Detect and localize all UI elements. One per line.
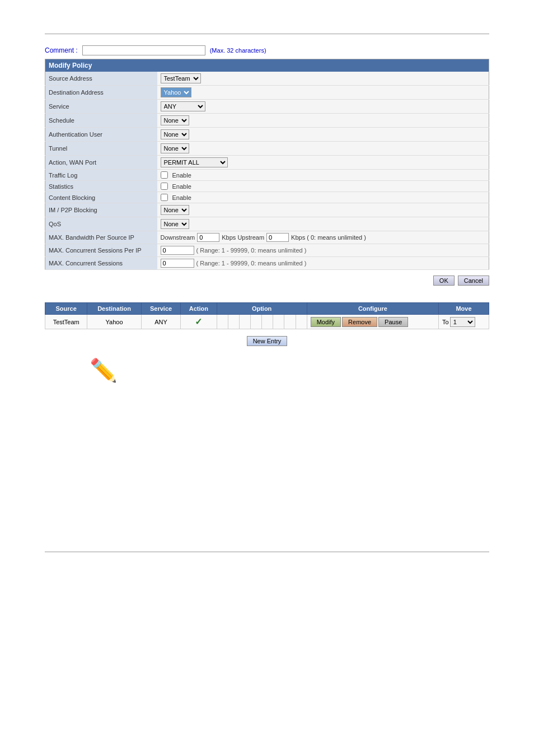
downstream-label: Downstream (161, 234, 195, 241)
col-source: Source (45, 303, 87, 315)
source-address-row: Source Address TestTeam (45, 72, 489, 86)
comment-row: Comment : (Max. 32 characters) (45, 45, 489, 55)
auth-user-value: None (157, 128, 489, 142)
comment-label: Comment : (45, 46, 78, 54)
table-row: TestTeam Yahoo ANY ✓ Modify Remo (45, 315, 489, 329)
policy-header-row: Modify Policy (45, 59, 489, 72)
move-select[interactable]: 1 (450, 317, 475, 327)
traffic-log-checkbox[interactable] (161, 171, 168, 179)
auth-user-select[interactable]: None (161, 129, 189, 139)
max-bandwidth-label: MAX. Bandwidth Per Source IP (45, 231, 157, 244)
tunnel-label: Tunnel (45, 142, 157, 156)
statistics-row: Statistics Enable (45, 181, 489, 192)
policy-list-table: Source Destination Service Action Option… (45, 302, 489, 329)
source-address-select[interactable]: TestTeam (161, 73, 201, 83)
schedule-select[interactable]: None (161, 115, 189, 125)
qos-select[interactable]: None (161, 219, 189, 229)
destination-address-value: Yahoo (157, 86, 489, 100)
content-blocking-value: Enable (157, 192, 489, 203)
statistics-value: Enable (157, 181, 489, 192)
comment-input[interactable] (82, 45, 205, 55)
traffic-log-label: Traffic Log (45, 170, 157, 181)
modify-policy-table: Modify Policy Source Address TestTeam De… (45, 59, 489, 270)
sessions-input[interactable] (161, 259, 194, 268)
sessions-per-ip-hint: ( Range: 1 - 99999, 0: means unlimited ) (196, 247, 307, 254)
col-destination: Destination (87, 303, 141, 315)
im-p2p-row: IM / P2P Blocking None (45, 203, 489, 217)
new-entry-button[interactable]: New Entry (247, 336, 288, 346)
content-blocking-checkbox[interactable] (161, 194, 168, 201)
max-sessions-label: MAX. Concurrent Sessions (45, 257, 157, 270)
traffic-log-row: Traffic Log Enable (45, 170, 489, 181)
kbps-hint: Kbps ( 0: means unlimited ) (291, 234, 366, 241)
service-label: Service (45, 100, 157, 114)
im-p2p-value: None (157, 203, 489, 217)
auth-user-row: Authentication User None (45, 128, 489, 142)
qos-label: QoS (45, 217, 157, 231)
ok-button[interactable]: OK (433, 276, 455, 286)
sessions-hint: ( Range: 1 - 99999, 0: means unlimited ) (196, 260, 307, 267)
new-entry-row: New Entry (45, 336, 489, 346)
modify-button[interactable]: Modify (311, 317, 341, 327)
service-row: Service ANY (45, 100, 489, 114)
kbps-label-1: Kbps Upstream (222, 234, 264, 241)
max-bandwidth-row: MAX. Bandwidth Per Source IP Downstream … (45, 231, 489, 244)
policy-header: Modify Policy (45, 59, 489, 72)
service-value: ANY (157, 100, 489, 114)
option-cell-5 (262, 315, 273, 329)
im-p2p-label: IM / P2P Blocking (45, 203, 157, 217)
cancel-button[interactable]: Cancel (458, 276, 489, 286)
downstream-input[interactable] (197, 233, 219, 242)
max-sessions-per-ip-value: ( Range: 1 - 99999, 0: means unlimited ) (157, 244, 489, 257)
content-blocking-label: Content Blocking (45, 192, 157, 203)
service-select[interactable]: ANY (161, 101, 205, 111)
tunnel-row: Tunnel None (45, 142, 489, 156)
option-cell-6 (273, 315, 284, 329)
option-cell-1 (217, 315, 228, 329)
list-header-row: Source Destination Service Action Option… (45, 303, 489, 315)
pause-button[interactable]: Pause (378, 317, 408, 327)
upstream-input[interactable] (266, 233, 289, 242)
action-wan-label: Action, WAN Port (45, 156, 157, 170)
tunnel-select[interactable]: None (161, 143, 189, 153)
col-service: Service (141, 303, 180, 315)
statistics-enable: Enable (172, 183, 191, 190)
row-move: To 1 (439, 315, 489, 329)
option-cell-8 (296, 315, 307, 329)
remove-button[interactable]: Remove (342, 317, 377, 327)
im-p2p-select[interactable]: None (161, 205, 189, 215)
row-action: ✓ (181, 315, 217, 329)
destination-address-select[interactable]: Yahoo (161, 87, 191, 97)
max-sessions-per-ip-row: MAX. Concurrent Sessions Per IP ( Range:… (45, 244, 489, 257)
traffic-log-value: Enable (157, 170, 489, 181)
statistics-label: Statistics (45, 181, 157, 192)
col-option: Option (217, 303, 307, 315)
traffic-log-enable: Enable (172, 172, 191, 179)
col-action: Action (181, 303, 217, 315)
pencil-icon: ✏️ (90, 357, 118, 384)
destination-address-label: Destination Address (45, 86, 157, 100)
action-wan-value: PERMIT ALL (157, 156, 489, 170)
row-service: ANY (141, 315, 180, 329)
schedule-value: None (157, 114, 489, 128)
sessions-per-ip-input[interactable] (161, 246, 194, 255)
source-address-value: TestTeam (157, 72, 489, 86)
col-move: Move (439, 303, 489, 315)
schedule-row: Schedule None (45, 114, 489, 128)
col-configure: Configure (307, 303, 438, 315)
comment-hint: (Max. 32 characters) (210, 47, 266, 54)
action-wan-row: Action, WAN Port PERMIT ALL (45, 156, 489, 170)
qos-value: None (157, 217, 489, 231)
pencil-area: ✏️ (90, 357, 489, 384)
action-wan-select[interactable]: PERMIT ALL (161, 157, 228, 167)
content-blocking-row: Content Blocking Enable (45, 192, 489, 203)
option-cell-2 (228, 315, 239, 329)
source-address-label: Source Address (45, 72, 157, 86)
auth-user-label: Authentication User (45, 128, 157, 142)
max-bandwidth-value: Downstream Kbps Upstream Kbps ( 0: means… (157, 231, 489, 244)
max-sessions-per-ip-label: MAX. Concurrent Sessions Per IP (45, 244, 157, 257)
tunnel-value: None (157, 142, 489, 156)
destination-address-row: Destination Address Yahoo (45, 86, 489, 100)
statistics-checkbox[interactable] (161, 183, 168, 190)
max-sessions-row: MAX. Concurrent Sessions ( Range: 1 - 99… (45, 257, 489, 270)
